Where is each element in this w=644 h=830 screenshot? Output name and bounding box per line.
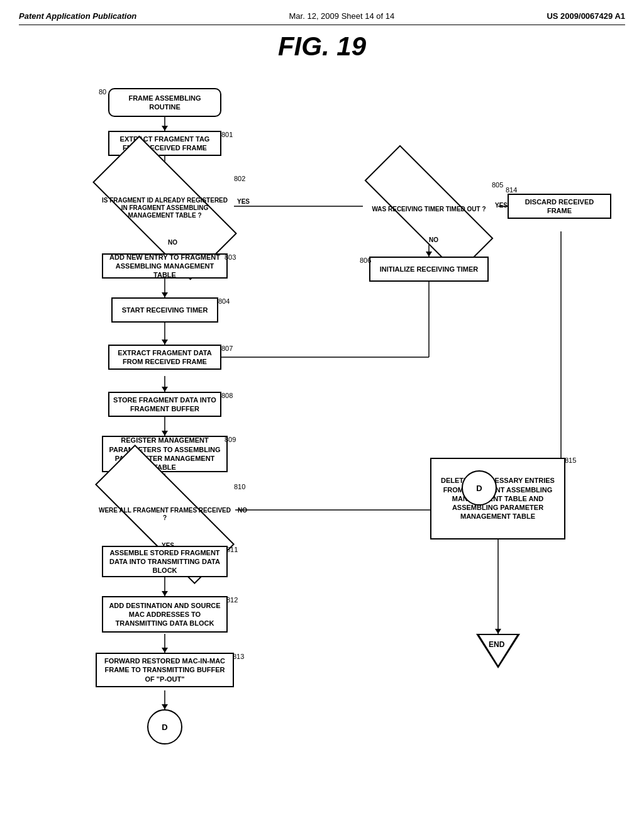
header-center: Mar. 12, 2009 Sheet 14 of 14: [289, 11, 395, 21]
svg-marker-13: [426, 252, 432, 257]
node-806: INITIALIZE RECEIVING TIMER: [369, 257, 489, 282]
ref-802: 802: [234, 175, 245, 182]
svg-marker-9: [162, 340, 168, 345]
node-805: WAS RECEIVING TIMER TIMED OUT ?: [363, 184, 495, 235]
svg-marker-18: [162, 387, 168, 392]
label-805-no: NO: [429, 236, 438, 243]
ref-815: 815: [565, 456, 576, 464]
end-symbol: END: [476, 634, 520, 672]
ref-80: 80: [99, 88, 106, 96]
label-805-yes: YES: [495, 202, 508, 209]
node-810: WERE ALL FRAGMENT FRAMES RECEIVED ?: [94, 486, 235, 543]
ref-808: 808: [221, 392, 233, 399]
ref-801: 801: [221, 131, 233, 138]
label-802-no: NO: [168, 239, 177, 246]
diagram: FRAME ASSEMBLING ROUTINE 80 EXTRACT FRAG…: [39, 68, 605, 822]
node-803: ADD NEW ENTRY TO FRAGMENT ASSEMBLING MAN…: [102, 253, 228, 279]
end-label: END: [489, 640, 504, 649]
svg-marker-32: [162, 704, 168, 709]
ref-813: 813: [233, 653, 244, 660]
node-811: ASSEMBLE STORED FRAGMENT DATA INTO TRANS…: [102, 546, 228, 577]
circle-d-bottom: D: [147, 709, 182, 744]
node-804: START RECEIVING TIMER: [111, 297, 218, 323]
ref-812: 812: [226, 596, 238, 604]
node-807: EXTRACT FRAGMENT DATA FROM RECEIVED FRAM…: [108, 345, 221, 370]
ref-805: 805: [492, 181, 503, 189]
node-802: IS FRAGMENT ID ALREADY REGISTERED IN FRA…: [96, 175, 234, 241]
svg-marker-1: [162, 126, 168, 131]
svg-marker-20: [162, 431, 168, 436]
node-80: FRAME ASSEMBLING ROUTINE: [108, 88, 221, 117]
fig-title: FIG. 19: [19, 31, 625, 62]
header-left: Patent Application Publication: [19, 11, 136, 21]
node-808: STORE FRAGMENT DATA INTO FRAGMENT BUFFER: [108, 392, 221, 417]
ref-806: 806: [360, 257, 371, 264]
svg-marker-38: [495, 629, 501, 634]
label-802-yes: YES: [237, 198, 250, 205]
node-812: ADD DESTINATION AND SOURCE MAC ADDRESSES…: [102, 596, 228, 633]
node-814: DISCARD RECEIVED FRAME: [508, 194, 611, 219]
svg-marker-28: [162, 591, 168, 596]
page-header: Patent Application Publication Mar. 12, …: [19, 11, 625, 25]
svg-marker-7: [162, 292, 168, 297]
page: Patent Application Publication Mar. 12, …: [0, 0, 644, 830]
ref-804: 804: [218, 297, 230, 305]
ref-807: 807: [221, 345, 233, 352]
ref-810: 810: [234, 483, 245, 490]
label-810-no: NO: [238, 507, 247, 514]
node-815: DELETE UNNECESSARY ENTRIES FROM FRAGMENT…: [430, 458, 565, 540]
header-right: US 2009/0067429 A1: [547, 11, 625, 21]
ref-814: 814: [506, 186, 517, 194]
ref-809: 809: [225, 436, 236, 443]
circle-d-right: D: [462, 470, 497, 506]
node-813: FORWARD RESTORED MAC-IN-MAC FRAME TO TRA…: [96, 653, 234, 687]
ref-811: 811: [226, 546, 238, 553]
svg-marker-30: [162, 648, 168, 653]
ref-803: 803: [225, 253, 236, 261]
